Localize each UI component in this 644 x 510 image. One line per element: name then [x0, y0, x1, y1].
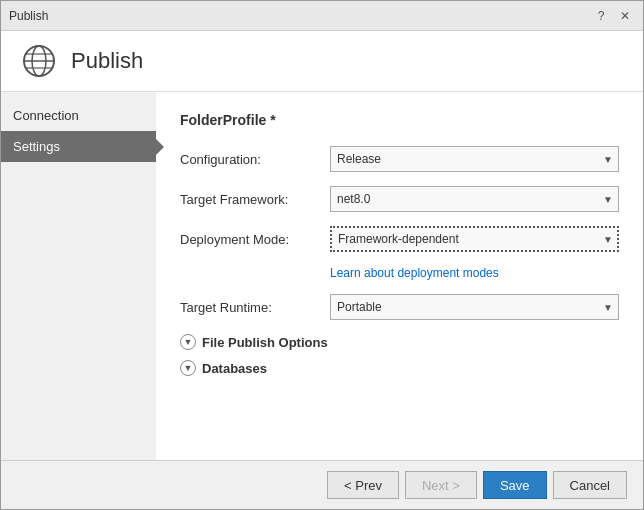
sidebar-item-connection[interactable]: Connection [1, 100, 156, 131]
sidebar-item-settings-label: Settings [13, 139, 60, 154]
databases-label: Databases [202, 361, 267, 376]
file-publish-collapse-icon: ▼ [180, 334, 196, 350]
title-bar-left: Publish [9, 9, 48, 23]
target-runtime-select[interactable]: Portable win-x64 linux-x64 [330, 294, 619, 320]
target-framework-select[interactable]: net8.0 net7.0 net6.0 [330, 186, 619, 212]
deployment-mode-select[interactable]: Framework-dependent Self-contained [330, 226, 619, 252]
globe-icon [21, 43, 57, 79]
deployment-mode-select-wrapper: Framework-dependent Self-contained ▼ [330, 226, 619, 252]
target-runtime-label: Target Runtime: [180, 300, 330, 315]
dialog-footer: < Prev Next > Save Cancel [1, 460, 643, 509]
cancel-button[interactable]: Cancel [553, 471, 627, 499]
configuration-select[interactable]: Release Debug [330, 146, 619, 172]
dialog-body: Connection Settings FolderProfile * Conf… [1, 92, 643, 460]
databases-collapse-icon: ▼ [180, 360, 196, 376]
learn-link[interactable]: Learn about deployment modes [330, 266, 499, 280]
save-button[interactable]: Save [483, 471, 547, 499]
sidebar: Connection Settings [1, 92, 156, 460]
link-spacer [180, 266, 330, 280]
prev-button[interactable]: < Prev [327, 471, 399, 499]
target-framework-select-wrapper: net8.0 net7.0 net6.0 ▼ [330, 186, 619, 212]
main-content: FolderProfile * Configuration: Release D… [156, 92, 643, 460]
publish-dialog: Publish ? ✕ Publish Connection Se [0, 0, 644, 510]
target-runtime-row: Target Runtime: Portable win-x64 linux-x… [180, 294, 619, 320]
deployment-mode-label: Deployment Mode: [180, 232, 330, 247]
dialog-title: Publish [71, 48, 143, 74]
target-framework-row: Target Framework: net8.0 net7.0 net6.0 ▼ [180, 186, 619, 212]
title-bar: Publish ? ✕ [1, 1, 643, 31]
configuration-label: Configuration: [180, 152, 330, 167]
title-bar-right: ? ✕ [591, 6, 635, 26]
configuration-row: Configuration: Release Debug ▼ [180, 146, 619, 172]
dialog-header: Publish [1, 31, 643, 92]
sidebar-item-connection-label: Connection [13, 108, 79, 123]
databases-section[interactable]: ▼ Databases [180, 360, 619, 376]
sidebar-item-settings[interactable]: Settings [1, 131, 156, 162]
close-button[interactable]: ✕ [615, 6, 635, 26]
learn-link-row: Learn about deployment modes [180, 266, 619, 280]
file-publish-options-section[interactable]: ▼ File Publish Options [180, 334, 619, 350]
deployment-mode-row: Deployment Mode: Framework-dependent Sel… [180, 226, 619, 252]
section-title: FolderProfile * [180, 112, 619, 128]
configuration-select-wrapper: Release Debug ▼ [330, 146, 619, 172]
target-runtime-select-wrapper: Portable win-x64 linux-x64 ▼ [330, 294, 619, 320]
file-publish-options-label: File Publish Options [202, 335, 328, 350]
title-bar-text: Publish [9, 9, 48, 23]
target-framework-label: Target Framework: [180, 192, 330, 207]
next-button[interactable]: Next > [405, 471, 477, 499]
help-button[interactable]: ? [591, 6, 611, 26]
